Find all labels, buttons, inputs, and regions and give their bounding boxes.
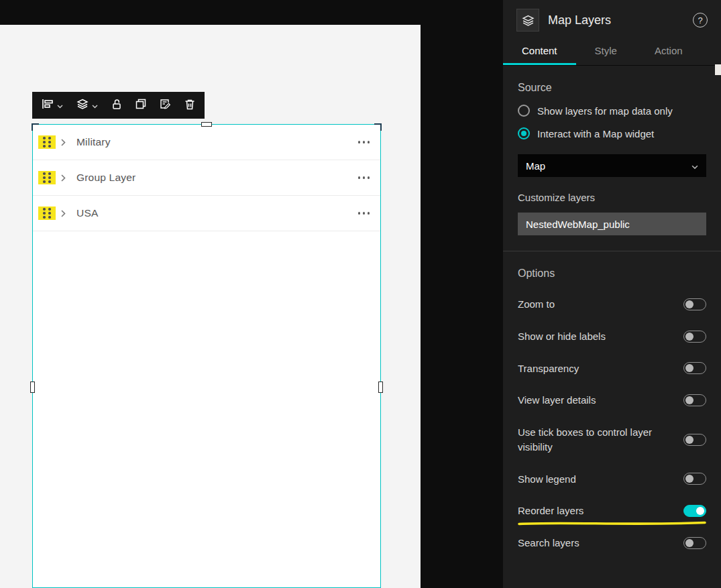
panel-tabs: Content Style Action bbox=[503, 38, 721, 66]
section-divider bbox=[503, 251, 721, 251]
selected-map-name: NestedWebMap_public bbox=[526, 219, 630, 230]
options-section: Options Zoom to Show or hide labels Tran… bbox=[503, 268, 721, 550]
layer-label: Group Layer bbox=[76, 172, 135, 184]
chevron-down-icon bbox=[92, 99, 98, 111]
edit-list-button[interactable] bbox=[160, 99, 171, 112]
widget-toolbar bbox=[32, 92, 205, 119]
toggle-row-show-hide-labels: Show or hide labels bbox=[518, 329, 706, 344]
toggle-label: Zoom to bbox=[518, 297, 555, 312]
layer-row: Military bbox=[33, 125, 380, 160]
toggle-row-view-layer-details: View layer details bbox=[518, 393, 706, 408]
toggle-row-search-layers: Search layers bbox=[518, 536, 706, 550]
unlock-button[interactable] bbox=[111, 99, 122, 113]
select-value: Map bbox=[526, 160, 545, 172]
toggle-label: Show or hide labels bbox=[518, 329, 606, 344]
help-button[interactable]: ? bbox=[693, 13, 708, 27]
tab-action[interactable]: Action bbox=[636, 38, 702, 65]
panel-scrollbar-thumb[interactable] bbox=[715, 64, 721, 75]
expand-chevron-icon[interactable] bbox=[61, 210, 66, 217]
layer-label: USA bbox=[76, 207, 98, 219]
zoom-to-toggle[interactable] bbox=[683, 298, 706, 310]
selection-handle-middle-right[interactable] bbox=[378, 381, 383, 393]
toggle-row-show-legend: Show legend bbox=[518, 472, 706, 487]
layers-icon bbox=[76, 99, 89, 112]
radio-label: Show layers for map data only bbox=[537, 105, 673, 117]
radio-map-data-only[interactable]: Show layers for map data only bbox=[518, 105, 706, 117]
trash-icon bbox=[184, 99, 195, 113]
toggle-row-zoom-to: Zoom to bbox=[518, 297, 706, 312]
reorder-layers-toggle[interactable] bbox=[683, 505, 706, 517]
radio-label: Interact with a Map widget bbox=[537, 128, 654, 139]
delete-button[interactable] bbox=[184, 99, 195, 113]
selection-handle-top-left[interactable] bbox=[32, 123, 39, 131]
duplicate-icon bbox=[135, 99, 146, 112]
expand-chevron-icon[interactable] bbox=[61, 139, 66, 146]
map-widget-select[interactable]: Map bbox=[518, 154, 706, 177]
tick-boxes-visibility-toggle[interactable] bbox=[683, 434, 706, 446]
more-options-button[interactable] bbox=[357, 137, 372, 148]
toggle-row-reorder-layers: Reorder layers bbox=[518, 504, 706, 518]
drag-handle-highlighted[interactable] bbox=[38, 207, 56, 220]
source-section: Source Show layers for map data only Int… bbox=[503, 82, 721, 235]
options-heading: Options bbox=[518, 268, 706, 280]
map-layers-widget-icon bbox=[516, 9, 539, 32]
selection-handle-middle-left[interactable] bbox=[30, 381, 35, 393]
tab-content[interactable]: Content bbox=[503, 38, 576, 65]
toggle-label: Show legend bbox=[518, 472, 576, 487]
radio-icon bbox=[518, 105, 530, 117]
design-canvas: Military Group Layer bbox=[0, 25, 421, 588]
settings-panel: Map Layers ? Content Style Action Source… bbox=[503, 0, 721, 588]
toggle-label: Transparency bbox=[518, 361, 579, 376]
transparency-toggle[interactable] bbox=[683, 362, 706, 374]
toggle-label: Use tick boxes to control layer visibili… bbox=[518, 425, 671, 455]
panel-header: Map Layers ? bbox=[503, 0, 721, 38]
view-layer-details-toggle[interactable] bbox=[683, 394, 706, 406]
radio-icon bbox=[518, 127, 530, 139]
source-heading: Source bbox=[518, 82, 706, 94]
annotation-yellow-underline bbox=[518, 521, 706, 526]
align-left-icon bbox=[42, 99, 54, 112]
unlock-icon bbox=[111, 99, 122, 113]
layer-row: Group Layer bbox=[33, 160, 380, 196]
align-dropdown-button[interactable] bbox=[42, 99, 63, 112]
selected-map-button[interactable]: NestedWebMap_public bbox=[518, 213, 706, 235]
toggle-row-transparency: Transparency bbox=[518, 361, 706, 376]
layers-dropdown-button[interactable] bbox=[76, 99, 98, 112]
customize-layers-label: Customize layers bbox=[518, 192, 706, 203]
radio-interact-map-widget[interactable]: Interact with a Map widget bbox=[518, 127, 706, 139]
map-layers-widget[interactable]: Military Group Layer bbox=[32, 124, 381, 588]
toggle-row-tick-boxes: Use tick boxes to control layer visibili… bbox=[518, 425, 706, 455]
tab-style[interactable]: Style bbox=[576, 38, 636, 65]
layer-row: USA bbox=[33, 196, 380, 231]
duplicate-button[interactable] bbox=[135, 99, 146, 112]
toggle-label: Reorder layers bbox=[518, 504, 584, 518]
toggle-label: View layer details bbox=[518, 393, 596, 408]
selection-handle-top-right[interactable] bbox=[374, 123, 382, 131]
selection-handle-top-center[interactable] bbox=[201, 122, 212, 127]
search-layers-toggle[interactable] bbox=[683, 537, 706, 549]
show-or-hide-labels-toggle[interactable] bbox=[683, 331, 706, 343]
toggle-label: Search layers bbox=[518, 536, 579, 550]
layer-label: Military bbox=[76, 136, 111, 148]
panel-title: Map Layers bbox=[548, 13, 611, 27]
edit-list-icon bbox=[160, 99, 171, 112]
show-legend-toggle[interactable] bbox=[683, 473, 706, 485]
drag-handle-highlighted[interactable] bbox=[38, 171, 56, 184]
chevron-down-icon bbox=[57, 99, 63, 111]
drag-handle-highlighted[interactable] bbox=[38, 135, 56, 149]
experience-builder-workspace: Military Group Layer bbox=[0, 0, 721, 588]
chevron-down-icon bbox=[691, 160, 698, 172]
more-options-button[interactable] bbox=[357, 172, 372, 183]
more-options-button[interactable] bbox=[357, 208, 372, 219]
expand-chevron-icon[interactable] bbox=[61, 174, 66, 182]
